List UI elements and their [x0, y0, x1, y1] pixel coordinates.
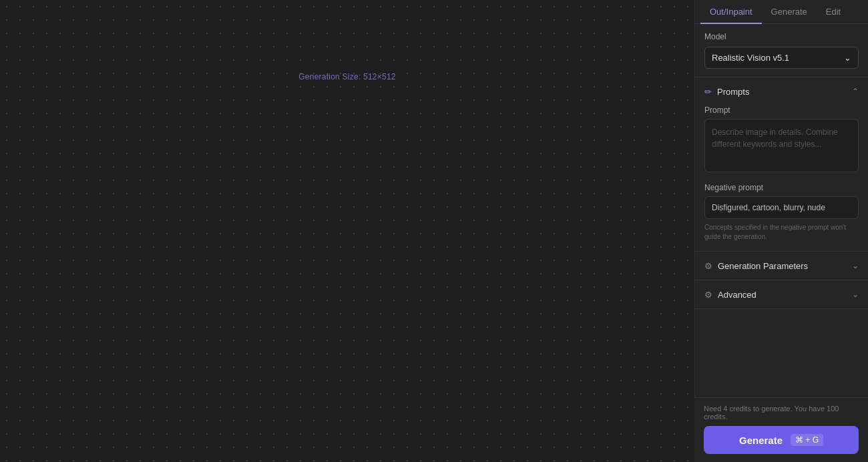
- gear-icon: [704, 288, 712, 300]
- canvas-area: Generation Size: 512×512: [0, 0, 694, 462]
- generation-size-label: Generation Size: 512×512: [298, 72, 396, 81]
- advanced-header[interactable]: Advanced ⌄: [695, 280, 868, 308]
- prompts-title: Prompts: [717, 87, 847, 97]
- prompt-textarea[interactable]: [704, 119, 859, 172]
- credits-text: Need 4 credits to generate. You have 100…: [704, 405, 859, 421]
- tab-generate[interactable]: Generate: [762, 0, 817, 23]
- advanced-chevron-icon: ⌄: [852, 290, 859, 299]
- negative-prompt-input[interactable]: [704, 196, 859, 219]
- prompts-header[interactable]: Prompts ⌃: [695, 77, 868, 105]
- generate-button[interactable]: Generate ⌘ + G: [704, 426, 859, 454]
- sliders-icon: [704, 260, 712, 272]
- negative-prompt-label: Negative prompt: [704, 183, 859, 192]
- pencil-icon: [704, 85, 712, 97]
- generation-params-header[interactable]: Generation Parameters ⌄: [695, 252, 868, 280]
- model-label: Model: [704, 32, 859, 41]
- prompts-section: Prompts ⌃ Prompt Negative prompt Concept…: [695, 77, 868, 252]
- prompts-body: Prompt Negative prompt Concepts specifie…: [695, 105, 868, 251]
- panel-content: Model Realistic Vision v5.1 ⌄ Prompts ⌃ …: [695, 24, 868, 462]
- generate-button-label: Generate: [739, 435, 783, 446]
- generation-params-section: Generation Parameters ⌄: [695, 252, 868, 280]
- tab-edit[interactable]: Edit: [817, 0, 850, 23]
- prompts-chevron-icon: ⌃: [852, 87, 859, 96]
- shortcut-text: ⌘ + G: [795, 435, 819, 445]
- prompt-label: Prompt: [704, 105, 859, 115]
- panel-footer: Need 4 credits to generate. You have 100…: [694, 397, 868, 462]
- advanced-title: Advanced: [718, 290, 847, 300]
- advanced-section: Advanced ⌄: [695, 280, 868, 309]
- generation-params-title: Generation Parameters: [718, 261, 847, 271]
- model-select-value: Realistic Vision v5.1: [712, 53, 789, 63]
- tab-out-inpaint[interactable]: Out/Inpaint: [700, 0, 762, 23]
- generation-params-chevron-icon: ⌄: [852, 261, 859, 270]
- negative-prompt-hint: Concepts specified in the negative promp…: [704, 223, 859, 242]
- right-panel: Out/Inpaint Generate Edit Model Realisti…: [694, 0, 868, 462]
- shortcut-badge: ⌘ + G: [791, 434, 823, 446]
- model-select[interactable]: Realistic Vision v5.1 ⌄: [704, 47, 859, 69]
- chevron-down-icon: ⌄: [844, 53, 851, 63]
- model-section: Model Realistic Vision v5.1 ⌄: [695, 24, 868, 77]
- tab-bar: Out/Inpaint Generate Edit: [695, 0, 868, 24]
